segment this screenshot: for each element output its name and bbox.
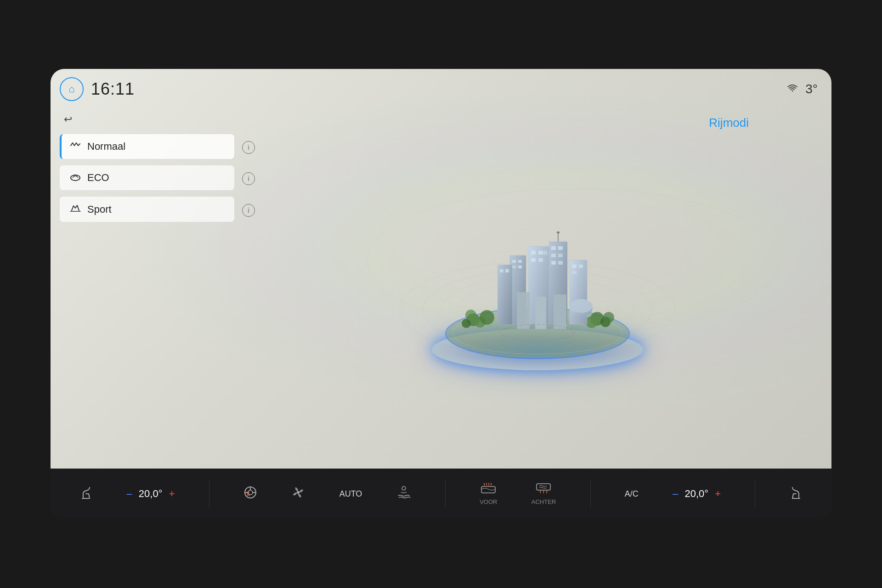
drive-mode-eco[interactable]: ECO: [60, 165, 234, 190]
eco-icon: [69, 172, 82, 184]
achter-defrost[interactable]: ACHTER: [531, 483, 556, 505]
achter-label: ACHTER: [531, 498, 556, 505]
temperature-display: 3°: [805, 82, 818, 96]
left-temp-value: 20,0°: [137, 488, 164, 500]
sport-icon: [69, 203, 82, 215]
svg-rect-36: [558, 261, 563, 265]
auto-mode[interactable]: AUTO: [339, 489, 362, 499]
normaal-icon: [69, 141, 82, 153]
svg-rect-33: [551, 254, 556, 257]
svg-rect-25: [531, 258, 536, 262]
drive-mode-normaal[interactable]: Normaal: [60, 134, 234, 159]
ac-control[interactable]: A/C: [625, 489, 639, 499]
svg-rect-31: [551, 246, 556, 250]
header-left: ⌂ 16:11: [60, 77, 135, 101]
svg-point-56: [297, 491, 300, 494]
svg-rect-41: [572, 271, 577, 274]
seat-heat-left[interactable]: [79, 486, 92, 502]
svg-point-9: [465, 310, 476, 321]
ac-label: A/C: [625, 489, 639, 499]
steering-heat[interactable]: [243, 486, 257, 502]
home-icon: ⌂: [68, 83, 74, 95]
seat-heat-right-icon: [790, 486, 803, 502]
svg-rect-23: [538, 251, 543, 254]
right-temp-minus[interactable]: –: [673, 488, 678, 500]
voor-defrost[interactable]: VOOR: [480, 483, 497, 505]
left-temp-plus[interactable]: +: [169, 488, 175, 500]
svg-rect-24: [543, 251, 547, 254]
svg-rect-18: [512, 266, 516, 268]
right-temp-plus[interactable]: +: [715, 488, 721, 500]
achter-defrost-icon: [536, 483, 551, 497]
svg-point-13: [603, 312, 614, 323]
voor-defrost-icon: [481, 483, 496, 497]
ventilation-icon: [396, 486, 411, 502]
svg-point-8: [480, 310, 494, 325]
svg-rect-59: [537, 484, 550, 490]
svg-rect-58: [481, 486, 495, 493]
car-infotainment-screen: ⌂ 16:11 3°: [51, 69, 831, 519]
svg-rect-22: [531, 251, 536, 254]
city-svg: [436, 219, 639, 366]
svg-rect-17: [518, 260, 522, 263]
back-button[interactable]: ↩: [60, 111, 76, 128]
header-bar: ⌂ 16:11 3°: [51, 69, 831, 107]
normaal-label: Normaal: [87, 141, 227, 153]
right-panel: Rijmodi: [243, 107, 831, 469]
climate-control-bar: – 20,0° +: [51, 469, 831, 519]
header-right: 3°: [786, 82, 818, 96]
left-panel: ↩ Normaal i: [51, 107, 243, 469]
svg-rect-34: [558, 254, 563, 257]
svg-rect-42: [498, 265, 512, 324]
main-screen: ⌂ 16:11 3°: [51, 69, 831, 469]
svg-point-12: [586, 316, 598, 328]
right-temp-control: – 20,0° +: [673, 488, 721, 500]
steering-heat-icon: [243, 486, 257, 502]
eco-label: ECO: [87, 172, 227, 184]
svg-rect-39: [572, 265, 577, 268]
svg-rect-44: [505, 269, 509, 272]
left-temp-minus[interactable]: –: [126, 488, 132, 500]
auto-label: AUTO: [339, 489, 362, 499]
svg-point-49: [570, 299, 593, 313]
voor-label: VOOR: [480, 498, 497, 505]
seat-heat-right[interactable]: [790, 486, 803, 502]
svg-rect-40: [579, 265, 583, 268]
wifi-icon: [786, 83, 799, 96]
divider-3: [590, 480, 591, 508]
svg-rect-19: [518, 266, 522, 268]
home-button[interactable]: ⌂: [60, 77, 84, 101]
svg-rect-32: [558, 246, 563, 250]
svg-rect-16: [512, 260, 516, 263]
fan-control[interactable]: [291, 486, 305, 502]
right-temp-value: 20,0°: [683, 488, 710, 500]
svg-rect-47: [554, 294, 566, 329]
drive-mode-sport[interactable]: Sport: [60, 197, 234, 222]
left-temp-control: – 20,0° +: [126, 488, 175, 500]
divider-2: [445, 480, 446, 508]
svg-rect-35: [551, 261, 556, 265]
svg-rect-30: [557, 232, 560, 233]
divider-4: [755, 480, 755, 508]
divider-1: [209, 480, 209, 508]
svg-point-57: [402, 486, 406, 490]
svg-rect-26: [538, 258, 543, 262]
fan-icon: [291, 486, 305, 502]
svg-rect-43: [500, 269, 503, 272]
back-icon: ↩: [64, 113, 72, 125]
sport-label: Sport: [87, 204, 227, 215]
ventilation-control[interactable]: [396, 486, 411, 502]
seat-heat-left-icon: [79, 486, 92, 502]
time-display: 16:11: [91, 79, 135, 99]
svg-rect-45: [517, 292, 530, 329]
city-visualization: [418, 205, 657, 379]
content-area: ↩ Normaal i: [51, 107, 831, 469]
rijmodi-title: Rijmodi: [709, 116, 749, 130]
